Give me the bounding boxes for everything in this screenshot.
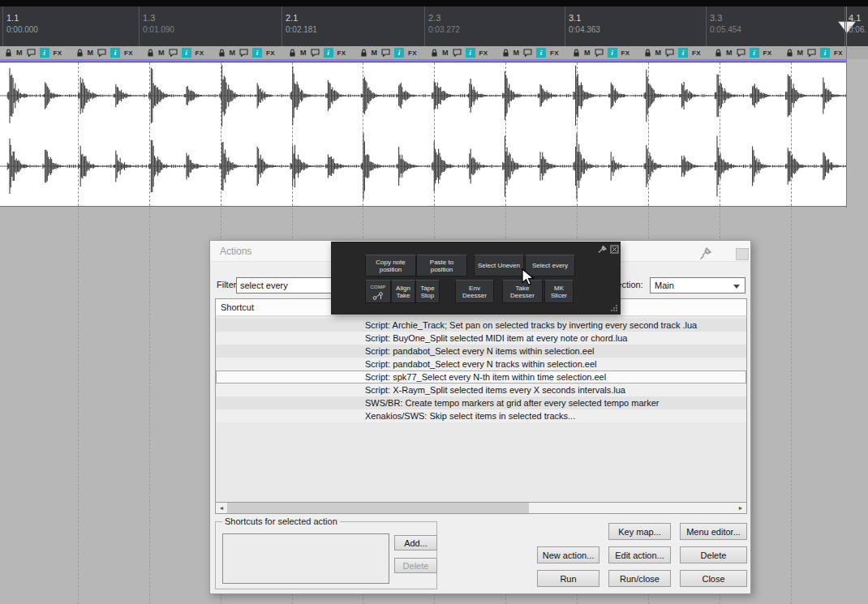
fx-button[interactable]: FX (621, 49, 630, 57)
fx-button[interactable]: FX (54, 49, 62, 57)
action-list[interactable]: Script: Archie_Track; Set pan on selecte… (215, 316, 747, 502)
info-icon[interactable]: i (252, 48, 262, 58)
horizontal-scrollbar[interactable]: ◄ ► (215, 502, 747, 514)
info-icon[interactable]: i (820, 48, 830, 58)
toolbar-button-tape-stop[interactable]: Tape Stop (415, 280, 440, 303)
dialog-corner-button[interactable] (736, 248, 749, 260)
notes-icon[interactable] (381, 49, 390, 57)
toolbar-button-select-uneven[interactable]: Select Uneven (474, 255, 524, 276)
info-icon[interactable]: i (466, 48, 475, 58)
fx-button[interactable]: FX (550, 49, 559, 57)
scrollbar-thumb[interactable] (227, 503, 529, 513)
toolbar-button-paste-to-position[interactable]: Paste to position (416, 255, 467, 276)
mute-button[interactable]: M (584, 49, 591, 57)
lock-icon[interactable] (431, 49, 438, 58)
action-list-row[interactable]: SWS/BR: Create tempo markers at grid aft… (216, 396, 746, 409)
action-list-row[interactable]: Script: Archie_Track; Set pan on selecte… (216, 319, 746, 332)
notes-icon[interactable] (311, 49, 320, 57)
lock-icon[interactable] (218, 49, 226, 58)
shortcuts-listbox[interactable] (222, 533, 389, 584)
ruler-marker[interactable]: 3.10:04.363 (569, 6, 600, 46)
action-list-row[interactable]: Script: pandabot_Select every N items wi… (216, 345, 746, 358)
mute-button[interactable]: M (88, 49, 94, 57)
fx-button[interactable]: FX (834, 49, 843, 57)
info-icon[interactable]: i (678, 48, 688, 58)
fx-button[interactable]: FX (479, 49, 488, 57)
scroll-left-icon[interactable]: ◄ (216, 503, 227, 513)
notes-icon[interactable] (807, 49, 816, 57)
ruler-marker[interactable]: 2.10:02.181 (286, 6, 317, 46)
ruler-marker[interactable]: 4.10:06. (849, 6, 866, 46)
ruler-marker[interactable]: 1.10:00.000 (6, 6, 38, 46)
notes-icon[interactable] (453, 49, 462, 57)
toolbar-button-mk-slicer[interactable]: MK Slicer (544, 280, 574, 303)
notes-icon[interactable] (737, 49, 746, 57)
section-dropdown[interactable]: Main (650, 277, 746, 293)
toolbar-pin-icon[interactable] (597, 245, 608, 255)
ruler-marker[interactable]: 1.30:01.090 (143, 6, 174, 46)
action-list-row[interactable]: Script: X-Raym_Split selected items ever… (216, 383, 746, 396)
fx-button[interactable]: FX (266, 49, 275, 57)
info-icon[interactable]: i (110, 48, 120, 58)
fx-button[interactable]: FX (337, 49, 346, 57)
mute-button[interactable]: M (300, 49, 307, 57)
fx-button[interactable]: FX (196, 49, 204, 57)
mute-button[interactable]: M (158, 49, 165, 57)
menu-editor-button[interactable]: Menu editor... (680, 523, 747, 540)
lock-icon[interactable] (360, 49, 367, 58)
key-map-button[interactable]: Key map... (608, 523, 671, 540)
new-action-button[interactable]: New action... (537, 546, 599, 563)
lock-icon[interactable] (289, 49, 296, 58)
fx-button[interactable]: FX (763, 49, 772, 57)
resize-grip-icon[interactable] (610, 304, 618, 312)
scroll-right-icon[interactable]: ► (735, 503, 746, 513)
action-list-row[interactable]: Script: spk77_Select every N-th item wit… (216, 371, 746, 383)
audio-item-waveform[interactable] (0, 62, 846, 207)
info-icon[interactable]: i (608, 48, 617, 58)
mute-button[interactable]: M (513, 49, 520, 57)
notes-icon[interactable] (169, 49, 178, 57)
toolbar-button-align-take[interactable]: Align Take (391, 280, 415, 303)
fx-button[interactable]: FX (408, 49, 417, 57)
delete-action-button[interactable]: Delete (680, 546, 747, 563)
pushpin-icon[interactable] (698, 246, 713, 261)
toolbar-close-icon[interactable] (610, 245, 619, 254)
notes-icon[interactable] (523, 49, 532, 57)
action-list-row[interactable]: Script: pandabot_Select every N tracks w… (216, 358, 746, 371)
info-icon[interactable]: i (40, 48, 49, 58)
ruler-marker[interactable]: 2.30:03.272 (428, 6, 460, 46)
mute-button[interactable]: M (726, 49, 733, 57)
ruler-marker[interactable]: 3.30:05.454 (710, 6, 741, 46)
run-button[interactable]: Run (537, 570, 599, 587)
lock-icon[interactable] (76, 49, 84, 58)
lock-icon[interactable] (147, 49, 154, 58)
mute-button[interactable]: M (230, 49, 236, 57)
info-icon[interactable]: i (324, 48, 333, 58)
info-icon[interactable]: i (750, 48, 759, 58)
info-icon[interactable]: i (394, 48, 404, 58)
fx-button[interactable]: FX (124, 49, 133, 57)
mute-button[interactable]: M (442, 49, 449, 57)
action-list-row[interactable]: Script: BuyOne_Split selected MIDI item … (216, 332, 746, 345)
mute-button[interactable]: M (797, 49, 804, 57)
lock-icon[interactable] (644, 49, 651, 58)
lock-icon[interactable] (5, 49, 12, 58)
lock-icon[interactable] (573, 49, 580, 58)
notes-icon[interactable] (239, 49, 248, 57)
run-close-button[interactable]: Run/close (608, 570, 671, 587)
lock-icon[interactable] (786, 49, 793, 58)
notes-icon[interactable] (27, 49, 36, 57)
info-icon[interactable]: i (536, 48, 546, 58)
mute-button[interactable]: M (372, 49, 378, 57)
notes-icon[interactable] (665, 49, 674, 57)
notes-icon[interactable] (595, 49, 604, 57)
action-list-row[interactable]: Xenakios/SWS: Skip select items in selec… (216, 409, 746, 422)
edit-action-button[interactable]: Edit action... (608, 546, 671, 563)
info-icon[interactable]: i (182, 48, 191, 58)
add-shortcut-button[interactable]: Add... (394, 535, 437, 550)
notes-icon[interactable] (97, 49, 106, 57)
fx-button[interactable]: FX (692, 49, 701, 57)
lock-icon[interactable] (502, 49, 509, 58)
timeline-ruler[interactable]: 1.10:00.0001.30:01.0902.10:02.1812.30:03… (0, 6, 868, 46)
mute-button[interactable]: M (16, 49, 23, 57)
